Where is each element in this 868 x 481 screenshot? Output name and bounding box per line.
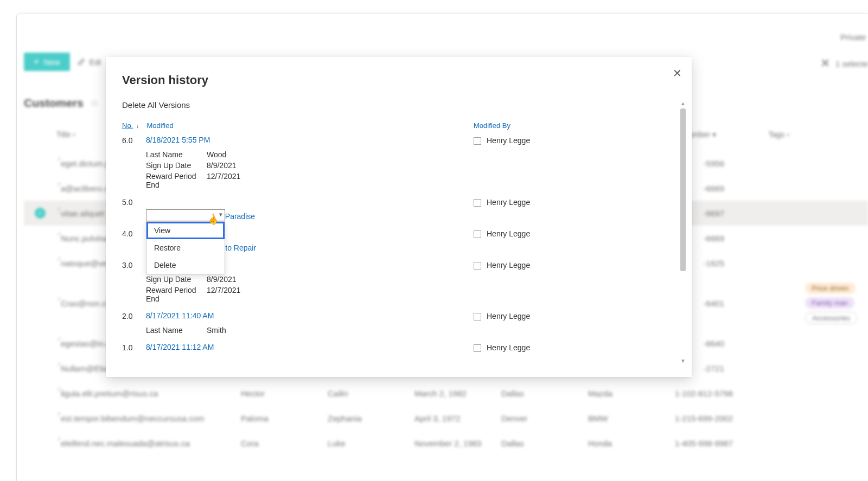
version-row[interactable]: 2.08/17/2021 11:40 AMHenry Legge (122, 309, 674, 323)
version-action-dropdown[interactable] (146, 209, 225, 221)
scroll-up-icon[interactable]: ▲ (679, 100, 687, 106)
version-number: 6.0 (122, 135, 146, 145)
modified-by: Henry Legge (474, 342, 674, 352)
col-modified-by[interactable]: Modified By (474, 121, 674, 130)
presence-icon (474, 313, 481, 320)
menu-item-delete[interactable]: Delete (146, 256, 225, 274)
version-date-link[interactable]: 8/17/2021 11:12 AM (146, 343, 214, 351)
version-row[interactable]: 5.0Henry Legge (122, 195, 674, 209)
version-details: Sign Up Date8/9/2021Reward Period End12/… (146, 272, 674, 309)
version-date-link[interactable]: 8/18/2021 5:55 PM (146, 136, 210, 144)
version-details: ner's Paradise (146, 209, 674, 226)
version-date-link[interactable]: 8/17/2021 11:40 AM (146, 311, 214, 320)
version-row[interactable]: 1.08/17/2021 11:12 AMHenry Legge (122, 340, 674, 354)
col-modified[interactable]: Modified (147, 121, 174, 130)
modal-scrollbar[interactable]: ▲ ▼ (679, 100, 687, 364)
version-number: 2.0 (122, 311, 146, 320)
col-no[interactable]: No. (122, 121, 135, 130)
version-action-menu: View Restore Delete (146, 221, 225, 274)
modified-by: Henry Legge (474, 228, 674, 238)
close-modal-button[interactable]: ✕ (673, 67, 682, 80)
modified-by: Henry Legge (474, 135, 674, 145)
version-number: 4.0 (122, 228, 146, 238)
modified-by: Henry Legge (474, 197, 674, 207)
delete-all-versions-link[interactable]: Delete All Versions (122, 100, 674, 118)
scroll-thumb[interactable] (680, 108, 686, 271)
sort-desc-icon: ↓ (136, 123, 139, 129)
version-number: 3.0 (122, 260, 146, 270)
vh-header-row: No. ↓ Modified Modified By (122, 118, 674, 133)
menu-item-restore[interactable]: Restore (146, 239, 225, 256)
version-number: 1.0 (122, 342, 146, 352)
presence-icon (474, 199, 481, 207)
version-history-modal: ✕ Version history Delete All Versions No… (106, 57, 692, 377)
version-details: Last NameSmith (146, 323, 674, 340)
modal-title: Version history (106, 57, 692, 87)
menu-item-view[interactable]: View (146, 222, 225, 239)
presence-icon (474, 344, 481, 352)
modified-by: Henry Legge (474, 260, 674, 270)
version-number: 5.0 (122, 197, 146, 207)
scroll-down-icon[interactable]: ▼ (679, 358, 687, 364)
presence-icon (474, 262, 481, 270)
presence-icon (474, 230, 481, 238)
version-details: Last NameWoodSign Up Date8/9/2021Reward … (146, 147, 674, 195)
presence-icon (474, 137, 481, 145)
version-row[interactable]: 6.08/18/2021 5:55 PMHenry Legge (122, 133, 674, 147)
modified-by: Henry Legge (474, 311, 674, 320)
version-details: sy Auto Repair (146, 240, 674, 258)
